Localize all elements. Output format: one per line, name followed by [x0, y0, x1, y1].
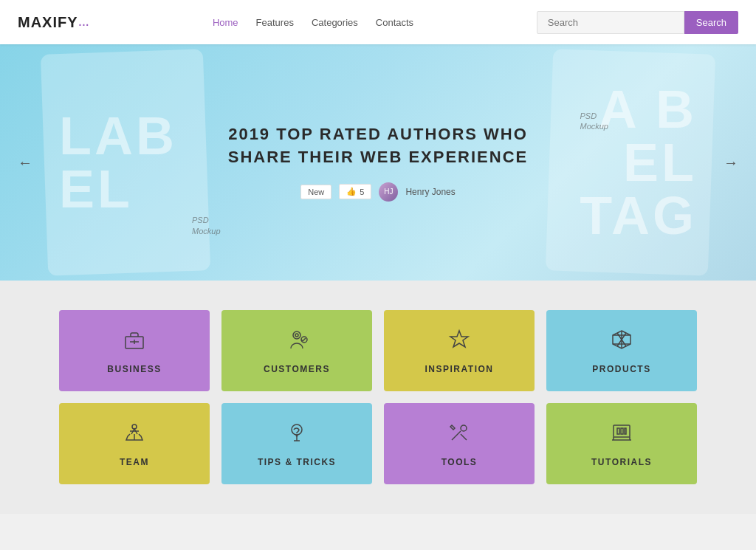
category-tips[interactable]: TIPS & TRICKS: [221, 403, 372, 484]
inspiration-icon: [447, 328, 471, 357]
business-icon: [123, 328, 146, 357]
hero-title: 2019 TOP RATED AUTHORS WHO SHARE THEIR W…: [223, 123, 533, 169]
tips-icon: [285, 421, 309, 450]
team-label: TEAM: [120, 457, 149, 467]
inspiration-label: INSPIRATION: [425, 364, 494, 374]
category-tutorials[interactable]: TUTORIALS: [546, 403, 697, 484]
svg-rect-21: [614, 425, 630, 437]
svg-point-20: [461, 425, 467, 431]
nav-contacts[interactable]: Contacts: [376, 17, 413, 28]
svg-rect-25: [617, 428, 619, 434]
tools-label: TOOLS: [441, 457, 478, 467]
tools-icon: [447, 421, 471, 450]
nav-home[interactable]: Home: [213, 17, 238, 28]
category-tools[interactable]: TOOLS: [384, 403, 535, 484]
logo: MAXIFY...: [18, 14, 89, 31]
category-grid: BUSINESS CUSTOMERS INSPIRA: [59, 310, 697, 484]
business-label: BUSINESS: [107, 364, 161, 374]
svg-rect-26: [621, 428, 623, 434]
hero-arrow-left[interactable]: ←: [18, 154, 32, 171]
search-input[interactable]: [537, 11, 684, 34]
badge-new: New: [300, 185, 331, 199]
author-avatar: HJ: [379, 182, 398, 202]
category-business[interactable]: BUSINESS: [59, 310, 210, 391]
tips-label: TIPS & TRICKS: [258, 457, 336, 467]
logo-text: MAXIFY: [18, 14, 78, 31]
customers-label: CUSTOMERS: [264, 364, 330, 374]
psd-mockup-left: PSDMockup: [192, 215, 221, 236]
thumb-icon: 👍: [346, 187, 357, 196]
author-name: Henry Jones: [405, 187, 455, 197]
category-customers[interactable]: CUSTOMERS: [221, 310, 372, 391]
svg-point-3: [293, 331, 300, 339]
search-area: Search: [537, 11, 738, 34]
badge-likes: 👍 5: [339, 184, 371, 199]
category-products[interactable]: PRODUCTS: [546, 310, 697, 391]
logo-accent: ...: [79, 16, 90, 28]
tutorials-icon: [610, 421, 633, 450]
svg-marker-6: [450, 331, 468, 347]
category-inspiration[interactable]: INSPIRATION: [384, 310, 535, 391]
team-icon: [123, 421, 146, 450]
hero-meta: New 👍 5 HJ Henry Jones: [223, 182, 533, 202]
tag-shape-left: [41, 49, 210, 275]
search-button[interactable]: Search: [684, 11, 738, 34]
svg-rect-27: [625, 428, 626, 434]
nav-features[interactable]: Features: [256, 17, 294, 28]
nav-categories[interactable]: Categories: [312, 17, 358, 28]
categories-section: BUSINESS CUSTOMERS INSPIRA: [0, 281, 756, 514]
hero-banner: LAB EL A B EL TAG PSDMockup PSDMockup 20…: [0, 44, 756, 281]
psd-mockup-right: PSDMockup: [580, 111, 608, 132]
likes-count: 5: [360, 188, 364, 196]
customers-icon: [285, 328, 309, 357]
tag-shape-right: [546, 49, 715, 275]
svg-point-4: [295, 334, 298, 337]
main-nav: Home Features Categories Contacts: [213, 17, 413, 28]
hero-center: 2019 TOP RATED AUTHORS WHO SHARE THEIR W…: [223, 123, 533, 202]
hero-arrow-right[interactable]: →: [724, 154, 738, 171]
products-icon: [610, 328, 633, 357]
category-team[interactable]: TEAM: [59, 403, 210, 484]
products-label: PRODUCTS: [592, 364, 650, 374]
tutorials-label: TUTORIALS: [591, 457, 652, 467]
header: MAXIFY... Home Features Categories Conta…: [0, 0, 756, 44]
